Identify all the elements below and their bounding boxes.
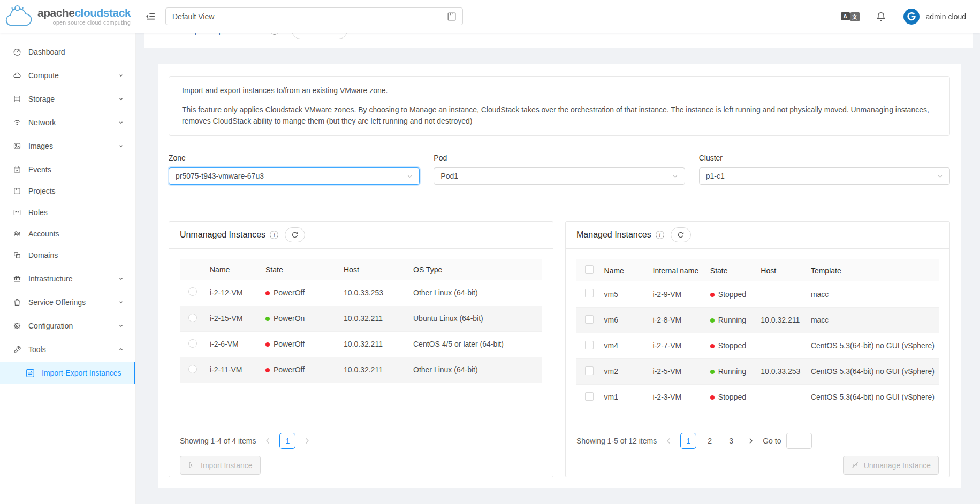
unmanaged-title: Unmanaged Instances	[180, 230, 265, 240]
top-bar: apachecloudstack open source cloud compu…	[0, 0, 980, 33]
chevron-down-icon	[407, 173, 413, 179]
disconnect-icon	[851, 461, 859, 469]
managed-card-header: Managed Instances i	[566, 222, 949, 249]
cluster-label: Cluster	[699, 154, 950, 162]
managed-card-body: Name Internal name State Host Template	[566, 249, 949, 475]
status-dot	[265, 368, 270, 372]
next-page-icon[interactable]	[301, 433, 314, 449]
cluster-select[interactable]: p1-c1	[699, 167, 950, 185]
import-icon	[188, 461, 196, 469]
table-row: vm2 i-2-5-VM Running 10.0.33.253 CentOS …	[576, 358, 939, 384]
cell-internal-name: i-2-8-VM	[649, 307, 706, 333]
sidebar-collapse-icon[interactable]	[146, 11, 156, 21]
translate-icon[interactable]: A 文	[841, 12, 860, 20]
zone-select[interactable]: pr5075-t943-vmware-67u3	[169, 167, 420, 185]
row-checkbox[interactable]	[585, 341, 594, 349]
prev-page-icon[interactable]	[261, 433, 274, 449]
description-line1: Import and export instances to/from an e…	[182, 85, 937, 96]
sidebar-item-projects[interactable]: Projects	[0, 180, 135, 202]
calendar-icon	[13, 165, 21, 174]
brand-part1: apache	[37, 6, 74, 19]
unmanaged-pagination: Showing 1-4 of 4 items 1	[180, 433, 542, 449]
import-instance-label: Import Instance	[201, 461, 253, 470]
page-number-3[interactable]: 3	[723, 433, 739, 449]
status-dot	[710, 344, 715, 348]
chevron-down-icon	[118, 73, 124, 78]
managed-pagination: Showing 1-5 of 12 items 1 2 3 Go to	[576, 433, 939, 449]
chevron-down-icon	[118, 120, 124, 125]
sidebar-item-infrastructure[interactable]: Infrastructure	[0, 268, 135, 289]
sidebar-item-compute[interactable]: Compute	[0, 65, 135, 86]
sidebar-item-roles[interactable]: Roles	[0, 202, 135, 223]
sidebar-item-import-export-instances[interactable]: Import-Export Instances	[0, 362, 135, 384]
sidebar-item-configuration[interactable]: Configuration	[0, 315, 135, 337]
prev-page-icon[interactable]	[662, 433, 675, 449]
sidebar-item-network[interactable]: Network	[0, 112, 135, 133]
row-radio[interactable]	[188, 314, 197, 322]
sidebar-item-images[interactable]: Images	[0, 135, 135, 157]
table-row: i-2-12-VM PowerOff 10.0.33.253 Other Lin…	[180, 280, 542, 306]
table-row: i-2-11-VM PowerOff 10.0.32.211 Other Lin…	[180, 357, 542, 383]
cell-os: CentOS 4/5 or later (64-bit)	[409, 331, 542, 357]
cell-state: PowerOff	[261, 280, 339, 306]
notifications-bell-icon[interactable]	[876, 11, 886, 22]
pod-select[interactable]: Pod1	[434, 167, 685, 185]
feature-description: Import and export instances to/from an e…	[169, 76, 950, 136]
status-dot	[710, 318, 715, 323]
goto-page-input[interactable]	[786, 433, 812, 449]
user-avatar[interactable]	[903, 9, 920, 25]
column-header-state: State	[706, 259, 757, 281]
user-name[interactable]: admin cloud	[926, 12, 967, 21]
unmanaged-header-row: Name State Host OS Type	[180, 259, 542, 280]
project-view-value: Default View	[172, 12, 446, 21]
cell-host: 10.0.32.211	[339, 306, 409, 331]
info-icon[interactable]: i	[270, 231, 278, 239]
cloud-icon	[13, 71, 21, 80]
import-instance-button[interactable]: Import Instance	[180, 456, 261, 475]
brand-tagline: open source cloud computing	[37, 20, 131, 26]
sidebar-item-events[interactable]: Events	[0, 159, 135, 180]
sidebar-item-service-offerings[interactable]: Service Offerings	[0, 292, 135, 313]
row-checkbox[interactable]	[585, 289, 594, 297]
sidebar-item-tools[interactable]: Tools	[0, 339, 135, 360]
page-number-1[interactable]: 1	[680, 433, 696, 449]
row-checkbox[interactable]	[585, 392, 594, 401]
chevron-down-icon	[937, 173, 943, 179]
select-all-checkbox[interactable]	[585, 265, 594, 274]
row-checkbox[interactable]	[585, 315, 594, 324]
next-page-icon[interactable]	[745, 433, 757, 449]
sidebar-item-storage[interactable]: Storage	[0, 88, 135, 110]
sidebar-item-accounts[interactable]: Accounts	[0, 223, 135, 245]
idcard-icon	[13, 208, 21, 217]
pod-label: Pod	[434, 154, 685, 162]
sidebar-item-dashboard[interactable]: Dashboard	[0, 41, 135, 63]
app-logo[interactable]: apachecloudstack open source cloud compu…	[0, 0, 136, 33]
project-view-select[interactable]: Default View	[165, 7, 463, 25]
table-row: vm1 i-2-3-VM Stopped CentOS 5.3(64-bit) …	[576, 384, 939, 410]
chevron-down-icon	[118, 300, 124, 305]
row-radio[interactable]	[188, 365, 197, 373]
instance-tables-row: Unmanaged Instances i Name	[169, 221, 950, 477]
cell-internal-name: i-2-7-VM	[649, 333, 706, 358]
sidebar-item-domains[interactable]: Domains	[0, 245, 135, 266]
info-icon[interactable]: i	[656, 231, 664, 239]
cell-host: 10.0.33.253	[339, 280, 409, 306]
table-row: vm5 i-2-9-VM Stopped macc	[576, 281, 939, 307]
column-header-host: Host	[339, 259, 409, 280]
unmanage-instance-button[interactable]: Unmanage Instance	[843, 456, 939, 475]
project-icon	[13, 187, 21, 195]
row-radio[interactable]	[188, 287, 197, 296]
cell-internal-name: i-2-5-VM	[649, 358, 706, 384]
cluster-value: p1-c1	[706, 172, 937, 180]
cell-state: Running	[706, 307, 757, 333]
cell-template: CentOS 5.3(64-bit) no GUI (vSphere)	[807, 384, 939, 410]
translate-glyph-b: 文	[850, 12, 860, 21]
page-number-1[interactable]: 1	[279, 433, 295, 449]
refresh-managed-button[interactable]	[671, 227, 691, 242]
brand-wordmark: apachecloudstack open source cloud compu…	[37, 7, 131, 26]
row-radio[interactable]	[188, 339, 197, 348]
refresh-unmanaged-button[interactable]	[285, 227, 305, 242]
row-checkbox[interactable]	[585, 366, 594, 375]
select-column-header	[180, 259, 206, 280]
page-number-2[interactable]: 2	[702, 433, 718, 449]
